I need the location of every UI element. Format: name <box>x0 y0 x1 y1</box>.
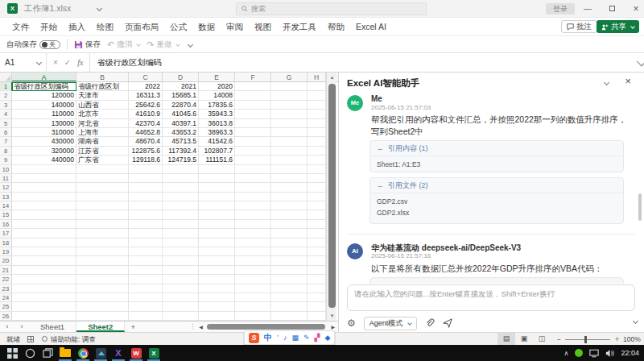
tab-resize-handle[interactable]: ⋮ <box>189 322 196 332</box>
cell-G6[interactable] <box>271 128 308 137</box>
chrome-icon[interactable] <box>74 345 92 361</box>
cell-B25[interactable] <box>76 302 129 311</box>
cell-E8[interactable]: 102807.7 <box>199 147 235 156</box>
search-input[interactable]: 搜索 <box>236 2 427 15</box>
row-header-3[interactable]: 3 <box>0 101 12 110</box>
cell-D16[interactable] <box>163 220 199 229</box>
cell-D24[interactable] <box>163 293 199 302</box>
cell-F12[interactable] <box>235 183 271 192</box>
document-title[interactable]: 工作簿1.xlsx <box>24 3 71 15</box>
cell-H17[interactable] <box>308 229 326 238</box>
sogou-language-toggle[interactable]: 中 <box>264 332 272 343</box>
cell-B21[interactable] <box>76 266 129 275</box>
cell-D25[interactable] <box>163 302 199 311</box>
menu-tab-数据[interactable]: 数据 <box>192 18 221 35</box>
menu-tab-插入[interactable]: 插入 <box>63 18 91 35</box>
row-header-17[interactable]: 17 <box>0 229 12 238</box>
cell-F21[interactable] <box>235 266 271 275</box>
cell-D6[interactable]: 43653.2 <box>163 128 199 137</box>
cell-H8[interactable] <box>308 147 326 156</box>
cell-D26[interactable] <box>163 312 199 321</box>
autosave-toggle[interactable]: 自动保存 关 <box>6 39 60 50</box>
panel-scrollbar-thumb[interactable] <box>638 193 642 221</box>
referenced-files-header[interactable]: ← 引用文件 (2) <box>370 178 623 193</box>
page-break-view-button[interactable]: ◫ <box>533 333 551 346</box>
cell-D10[interactable] <box>163 165 199 174</box>
row-header-15[interactable]: 15 <box>0 210 12 219</box>
cell-C6[interactable]: 44652.8 <box>129 128 163 137</box>
referenced-content-header[interactable]: ← 引用内容 (1) <box>370 141 623 156</box>
row-header-19[interactable]: 19 <box>0 247 12 256</box>
cell-A18[interactable] <box>12 239 76 247</box>
column-header-A[interactable]: A <box>12 73 76 81</box>
ref-file-item[interactable]: GDP2.csv <box>377 196 617 207</box>
row-header-21[interactable]: 21 <box>0 266 12 275</box>
cell-B26[interactable] <box>76 312 129 321</box>
menu-tab-开始[interactable]: 开始 <box>35 18 63 35</box>
maximize-button[interactable] <box>601 0 623 18</box>
cell-B18[interactable] <box>76 239 129 247</box>
cell-D21[interactable] <box>163 266 199 275</box>
network-icon[interactable] <box>589 349 599 358</box>
row-header-26[interactable]: 26 <box>0 312 12 321</box>
panel-collapse-icon[interactable] <box>604 80 609 85</box>
sogou-tool-icon-1[interactable]: ♪ <box>283 334 287 342</box>
cell-H20[interactable] <box>308 256 326 265</box>
menu-tab-审阅[interactable]: 审阅 <box>221 18 249 35</box>
cell-A9[interactable]: 440000 <box>12 156 76 164</box>
cell-D13[interactable] <box>163 193 199 201</box>
cell-A19[interactable] <box>12 247 76 256</box>
row-header-14[interactable]: 14 <box>0 201 12 210</box>
ref-file-item[interactable]: GDP2.xlsx <box>377 207 617 218</box>
cell-H7[interactable] <box>308 137 326 146</box>
cell-H13[interactable] <box>308 193 326 201</box>
cell-E2[interactable]: 14008 <box>199 91 235 100</box>
cell-H26[interactable] <box>308 312 326 321</box>
cell-G21[interactable] <box>271 266 308 275</box>
cell-D4[interactable]: 41045.6 <box>163 110 199 118</box>
cell-C26[interactable] <box>129 312 163 321</box>
panel-close-icon[interactable]: × <box>625 75 631 87</box>
cell-E10[interactable] <box>199 165 235 174</box>
cell-G20[interactable] <box>271 256 308 265</box>
cell-E21[interactable] <box>199 266 235 275</box>
cell-G14[interactable] <box>271 201 308 210</box>
cell-G25[interactable] <box>271 302 308 311</box>
cell-E12[interactable] <box>199 183 235 192</box>
cell-C19[interactable] <box>129 247 163 256</box>
cell-G23[interactable] <box>271 284 308 293</box>
cell-E15[interactable] <box>199 210 235 219</box>
comment-button[interactable]: 批注 <box>561 20 597 33</box>
cell-F26[interactable] <box>235 312 271 321</box>
sogou-tool-icon-2[interactable]: ▦ <box>292 334 299 342</box>
cell-B19[interactable] <box>76 247 129 256</box>
menu-tab-页面布局[interactable]: 页面布局 <box>119 18 164 35</box>
cell-A14[interactable] <box>12 201 76 210</box>
cell-B12[interactable] <box>76 183 129 192</box>
row-header-12[interactable]: 12 <box>0 183 12 192</box>
cell-D12[interactable] <box>163 183 199 192</box>
cell-G22[interactable] <box>271 275 308 284</box>
cell-G2[interactable] <box>271 91 308 100</box>
cell-A5[interactable]: 130000 <box>12 119 76 128</box>
cell-D5[interactable]: 40397.1 <box>163 119 199 128</box>
cell-B15[interactable] <box>76 210 129 219</box>
cell-A7[interactable]: 430000 <box>12 137 76 146</box>
excel-icon[interactable]: X <box>145 345 163 361</box>
row-header-6[interactable]: 6 <box>0 128 12 137</box>
cell-A12[interactable] <box>12 183 76 192</box>
cell-D9[interactable]: 124719.5 <box>163 156 199 164</box>
cell-F3[interactable] <box>235 101 271 110</box>
cell-E23[interactable] <box>199 284 235 293</box>
file-explorer-icon[interactable] <box>56 345 74 361</box>
cell-G3[interactable] <box>271 101 308 110</box>
cell-G16[interactable] <box>271 220 308 229</box>
column-header-G[interactable]: G <box>271 73 308 81</box>
cell-B11[interactable] <box>76 174 129 183</box>
login-button[interactable]: 登录 <box>546 3 575 15</box>
cell-G10[interactable] <box>271 165 308 174</box>
wps-writer-icon[interactable]: W <box>127 345 145 361</box>
cell-B1[interactable]: 省级行政区划 <box>76 82 129 91</box>
cell-G1[interactable] <box>271 82 308 91</box>
scroll-down-icon[interactable]: ▼ <box>327 311 337 321</box>
